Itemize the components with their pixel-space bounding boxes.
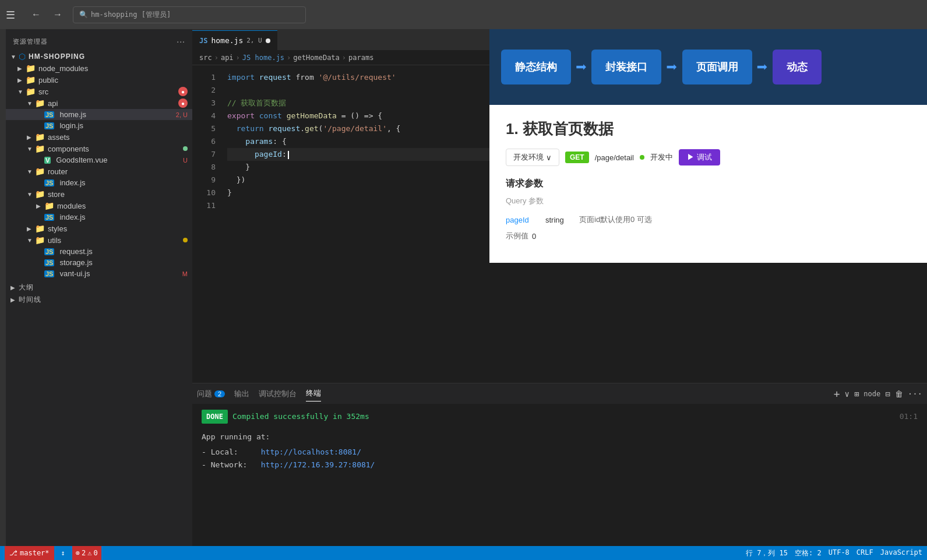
sync-status[interactable]: ↕	[61, 549, 65, 557]
menu-icon[interactable]: ☰	[6, 9, 15, 21]
more-options-icon[interactable]: ···	[908, 389, 922, 399]
router-icon: 📁	[35, 167, 45, 176]
env-select[interactable]: 开发环境 ∨	[506, 149, 559, 166]
login-js-label: login.js	[59, 121, 83, 130]
tab-lang: JS	[199, 37, 207, 45]
node-modules-icon: 📁	[26, 64, 36, 73]
maximize-icon[interactable]: ⊟	[885, 389, 890, 399]
api-arrow: ▼	[27, 100, 34, 107]
goodsitem-icon: V	[44, 157, 51, 164]
tree-item-store-index[interactable]: JS index.js	[6, 212, 192, 223]
tree-item-router[interactable]: ▼ 📁 router	[6, 165, 192, 177]
tab-terminal[interactable]: 终端	[306, 386, 321, 401]
language: JavaScript	[880, 548, 922, 558]
tree-item-home-js[interactable]: JS home.js 2, U	[6, 109, 192, 120]
tree-item-storage-js[interactable]: JS storage.js	[6, 257, 192, 268]
breadcrumb-params[interactable]: params	[348, 54, 373, 62]
timestamp: 01:1	[900, 410, 918, 423]
arrow-icon-2: ➡	[666, 56, 677, 78]
git-branch[interactable]: ⎇ master*	[5, 546, 54, 560]
test-button[interactable]: ▶ 调试	[679, 149, 720, 165]
tab-output[interactable]: 输出	[234, 386, 249, 401]
local-label: - Local:	[202, 448, 238, 456]
tree-item-assets[interactable]: ▶ 📁 assets	[6, 131, 192, 143]
sidebar: 资源管理器 ··· ▼ ⬡ HM-SHOPPING ▶ 📁 node_modul…	[6, 29, 192, 546]
tree-item-src[interactable]: ▼ 📁 src ●	[6, 86, 192, 97]
breadcrumb-src[interactable]: src	[199, 54, 212, 62]
error-icon: ⊗	[76, 549, 80, 557]
breadcrumb-gethomedata[interactable]: getHomeData	[293, 54, 339, 62]
add-terminal-icon[interactable]: +	[834, 388, 840, 400]
vant-ui-badge: M	[182, 270, 188, 277]
api-icon: 📁	[35, 98, 45, 108]
step-box-4: 动态	[773, 50, 822, 84]
running-section: App running at: - Local: http://localhos…	[202, 431, 918, 471]
step-box-3: 页面调用	[682, 50, 752, 84]
root-label: HM-SHOPPING	[29, 52, 85, 61]
tab-modified-dot	[266, 38, 270, 43]
tree-item-vant-ui[interactable]: JS vant-ui.js M	[6, 268, 192, 279]
tree-item-api[interactable]: ▼ 📁 api ●	[6, 97, 192, 109]
vant-ui-icon: JS	[44, 270, 54, 277]
breadcrumb-homejs[interactable]: JS home.js	[242, 54, 284, 62]
encoding: UTF-8	[829, 548, 850, 558]
arrow-icon-3: ➡	[757, 56, 768, 78]
titlebar: ☰ ← → 🔍 hm-shopping [管理员]	[0, 0, 927, 29]
home-js-badge: 2, U	[176, 111, 188, 118]
param-name: pageId	[506, 216, 541, 224]
example-row: 示例值 0	[506, 231, 911, 241]
src-label: src	[38, 87, 48, 96]
back-button[interactable]: ←	[27, 7, 45, 22]
breadcrumb-api[interactable]: api	[221, 54, 234, 62]
styles-label: styles	[48, 224, 67, 233]
network-label: - Network:	[202, 460, 247, 469]
forward-button[interactable]: →	[48, 7, 67, 22]
src-badge: ●	[178, 87, 188, 96]
search-bar[interactable]: 🔍 hm-shopping [管理员]	[73, 6, 306, 23]
delete-icon[interactable]: 🗑	[895, 389, 903, 399]
home-js-icon: JS	[44, 111, 54, 118]
api-badge: ●	[178, 98, 188, 108]
tree-item-login-js[interactable]: JS login.js	[6, 120, 192, 131]
components-arrow: ▼	[27, 146, 34, 152]
tree-item-styles[interactable]: ▶ 📁 styles	[6, 223, 192, 234]
tree-item-router-index[interactable]: JS index.js	[6, 177, 192, 188]
chevron-down-icon[interactable]: ∨	[844, 389, 849, 399]
assets-label: assets	[48, 133, 70, 142]
login-js-icon: JS	[44, 122, 54, 129]
modules-icon: 📁	[44, 201, 54, 210]
status-bar: ⎇ master* ↕ ⊗ 2 ⚠ 0 行 7，列 15 空格: 2 UTF-8…	[0, 546, 927, 560]
tree-item-utils[interactable]: ▼ 📁 utils	[6, 234, 192, 246]
node-modules-label: node_modules	[38, 64, 88, 73]
tree-item-node-modules[interactable]: ▶ 📁 node_modules	[6, 62, 192, 74]
api-path: /page/detail	[595, 153, 634, 162]
outline-section[interactable]: ▶ 大纲	[6, 281, 192, 294]
local-url[interactable]: http://localhost:8081/	[261, 448, 361, 456]
assets-arrow: ▶	[27, 134, 34, 140]
utils-badge	[183, 238, 188, 242]
tree-item-components[interactable]: ▼ 📁 components	[6, 143, 192, 154]
tab-debug-console[interactable]: 调试控制台	[259, 386, 297, 401]
tree-root[interactable]: ▼ ⬡ HM-SHOPPING	[6, 51, 192, 62]
tree-item-modules[interactable]: ▶ 📁 modules	[6, 200, 192, 212]
status-right: 行 7，列 15 空格: 2 UTF-8 CRLF JavaScript	[746, 548, 922, 558]
sidebar-more-icon[interactable]: ···	[177, 37, 185, 46]
tab-problems[interactable]: 问题 2	[197, 386, 225, 401]
error-count[interactable]: ⊗ 2 ⚠ 0	[72, 546, 101, 560]
split-terminal-icon[interactable]: ⊞	[854, 389, 859, 399]
tree-item-store[interactable]: ▼ 📁 store	[6, 188, 192, 200]
editor-tab-home-js[interactable]: JS home.js 2, U	[192, 30, 277, 50]
tree-item-goodsitem[interactable]: V GoodsItem.vue U	[6, 154, 192, 165]
compile-line: DONE Compiled successfully in 352ms 01:1	[202, 410, 918, 424]
store-icon: 📁	[35, 189, 45, 199]
api-status: 开发中	[650, 152, 673, 163]
vant-ui-label: vant-ui.js	[59, 269, 90, 278]
tree-item-public[interactable]: ▶ 📁 public	[6, 74, 192, 86]
tree-item-request-js[interactable]: JS request.js	[6, 246, 192, 257]
breadcrumb-sep4: ›	[342, 54, 346, 62]
network-url[interactable]: http://172.16.39.27:8081/	[261, 460, 375, 469]
timeline-section[interactable]: ▶ 时间线	[6, 294, 192, 306]
overlay-api-panel: 1. 获取首页数据 开发环境 ∨ GET /page/detail 开发中 ▶ …	[489, 105, 927, 263]
branch-icon: ⎇	[9, 549, 17, 557]
sidebar-title: 资源管理器	[13, 37, 48, 46]
